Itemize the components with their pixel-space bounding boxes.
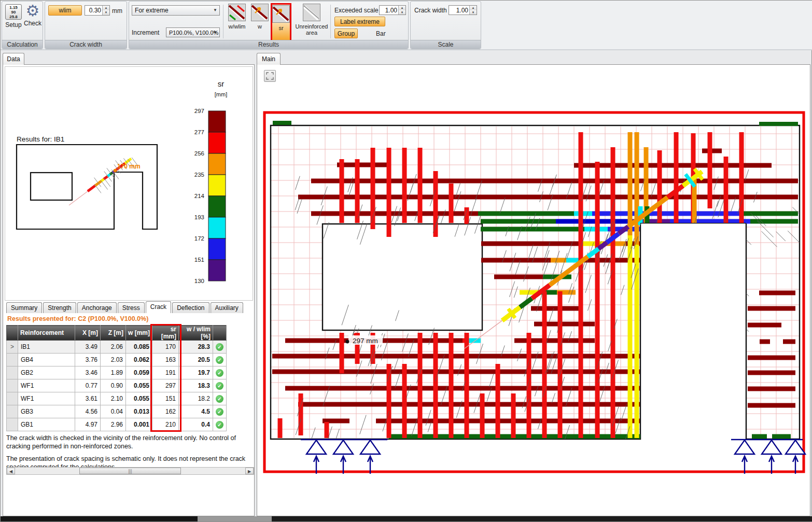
result-button-label: Unreinforced area xyxy=(295,23,328,36)
point-297-label: 297 mm xyxy=(353,337,378,345)
cell-w: 0.062 xyxy=(126,354,152,366)
result-preview-canvas[interactable]: sr[mm]297277256235214193172151130Results… xyxy=(5,67,253,300)
cell-w: 0.013 xyxy=(126,405,152,418)
group-toggle[interactable]: Group xyxy=(334,29,358,38)
results-presented-for: Results presented for: C2 (P100.0%, V100… xyxy=(7,315,148,322)
spinner-arrows[interactable]: ▲▼ xyxy=(469,6,477,15)
cell-reinforcement: GB1 xyxy=(18,418,75,431)
column-header[interactable]: Z [m] xyxy=(101,326,126,341)
cell-x: 3.76 xyxy=(75,354,101,366)
cell-sr: 170 xyxy=(152,341,179,354)
divider xyxy=(223,5,223,38)
spinner-arrows[interactable]: ▲▼ xyxy=(102,6,109,15)
scrollbar-track[interactable]: ||| xyxy=(15,468,245,474)
result-tabs: SummaryStrengthAnchorageStressCrackDefle… xyxy=(6,302,243,313)
column-header[interactable]: w / wlim [%] xyxy=(179,326,213,341)
check-ok-icon: ✓ xyxy=(216,395,223,403)
column-header[interactable]: w [mm] xyxy=(126,326,152,341)
row-marker xyxy=(7,418,18,431)
scale-crack-width-spinner[interactable]: 1.00 ▲▼ xyxy=(449,5,477,15)
main-drawing-canvas[interactable]: 297 mm xyxy=(257,65,810,516)
ribbon: 1.15 90 25.8 Setup ⚙ Check Calculation w… xyxy=(1,1,812,50)
scroll-right-button[interactable]: ▶ xyxy=(245,468,254,474)
svg-text:277: 277 xyxy=(194,129,204,135)
cell-ratio: 19.7 xyxy=(179,366,213,379)
tab-anchorage[interactable]: Anchorage xyxy=(77,302,117,313)
cell-reinforcement: WF1 xyxy=(18,379,75,392)
cell-sr: 151 xyxy=(152,392,179,405)
table-row[interactable]: >IB13.492.060.08517028.3✓ xyxy=(7,341,227,354)
check-button[interactable]: ⚙ Check xyxy=(23,3,42,27)
increment-dropdown[interactable]: P100.0%, V100.0% ▼ xyxy=(166,27,220,37)
cell-z: 0.90 xyxy=(101,379,126,392)
group-label-results: Results xyxy=(129,40,408,49)
column-header[interactable]: sr [mm] xyxy=(152,326,179,341)
tab-crack[interactable]: Crack xyxy=(146,301,171,313)
group-label-crack-width: Crack width xyxy=(45,40,127,49)
gear-icon: ⚙ xyxy=(23,3,42,19)
label-extreme-toggle[interactable]: Label extreme xyxy=(334,17,385,26)
cell-status: ✓ xyxy=(213,354,227,366)
tab-deflection[interactable]: Deflection xyxy=(172,302,209,313)
table-row[interactable]: WF13.612.100.05515118.2✓ xyxy=(7,392,227,405)
status-segment xyxy=(272,516,812,521)
horizontal-scrollbar[interactable]: ◀ ||| ▶ xyxy=(6,467,254,475)
result-button-unreinforced-area[interactable]: Unreinforced area xyxy=(295,3,328,41)
tab-stress[interactable]: Stress xyxy=(118,302,145,313)
increment-label: Increment xyxy=(132,29,159,36)
exceeded-scale-label: Exceeded scale xyxy=(334,7,379,14)
result-button-w-wlim[interactable]: w/wlim xyxy=(227,3,247,41)
tab-auxiliary[interactable]: Auxiliary xyxy=(211,302,243,313)
cell-w: 0.055 xyxy=(126,379,152,392)
tab-data[interactable]: Data xyxy=(3,53,24,65)
cell-w: 0.055 xyxy=(126,392,152,405)
for-extreme-dropdown[interactable]: For extreme ▼ xyxy=(132,5,220,16)
cell-reinforcement: GB4 xyxy=(18,354,75,366)
group-label-scale: Scale xyxy=(411,40,481,49)
header-marker xyxy=(7,326,18,341)
table-row[interactable]: WF10.770.900.05529718.3✓ xyxy=(7,379,227,392)
tab-main[interactable]: Main xyxy=(257,53,281,65)
row-marker xyxy=(7,354,18,366)
table-row[interactable]: GB23.461.890.05919119.7✓ xyxy=(7,366,227,379)
cell-reinforcement: WF1 xyxy=(18,392,75,405)
application-window: 1.15 90 25.8 Setup ⚙ Check Calculation w… xyxy=(0,0,812,522)
cell-z: 2.06 xyxy=(101,341,126,354)
cell-status: ✓ xyxy=(213,405,227,418)
table-row[interactable]: GB43.762.030.06216320.5✓ xyxy=(7,354,227,366)
cell-sr: 162 xyxy=(152,405,179,418)
row-marker xyxy=(7,405,18,418)
table-row[interactable]: GB14.972.960.0012100.4✓ xyxy=(7,418,227,431)
ribbon-group-scale: Crack width 1.00 ▲▼ Scale xyxy=(410,1,481,49)
cell-status: ✓ xyxy=(213,366,227,379)
result-button-w[interactable]: w xyxy=(249,3,270,41)
result-button-sr[interactable]: sr xyxy=(271,3,291,41)
exceeded-scale-spinner[interactable]: 1.00 ▲▼ xyxy=(379,5,406,15)
column-header[interactable]: X [m] xyxy=(75,326,101,341)
column-header[interactable]: Reinforcement xyxy=(18,326,75,341)
chevron-down-icon: ▼ xyxy=(213,6,217,15)
row-marker xyxy=(7,392,18,405)
svg-text:Results for: IB1: Results for: IB1 xyxy=(17,135,64,143)
scrollbar-thumb[interactable]: ||| xyxy=(79,468,180,474)
bar-label: Bar xyxy=(376,30,386,37)
ribbon-group-crack-width: wlim 0.30 ▲▼ mm Crack width xyxy=(45,1,127,49)
cell-w: 0.001 xyxy=(126,418,152,431)
spinner-arrows[interactable]: ▲▼ xyxy=(398,6,405,15)
wlim-toggle-button[interactable]: wlim xyxy=(48,5,82,16)
scroll-left-button[interactable]: ◀ xyxy=(7,468,15,474)
tab-summary[interactable]: Summary xyxy=(6,302,42,313)
tab-strength[interactable]: Strength xyxy=(43,302,76,313)
check-ok-icon: ✓ xyxy=(216,421,223,429)
svg-text:[mm]: [mm] xyxy=(215,91,227,97)
setup-button[interactable]: 1.15 90 25.8 Setup xyxy=(5,4,22,29)
cell-ratio: 0.4 xyxy=(179,418,213,431)
cell-w: 0.085 xyxy=(126,341,152,354)
unreinforced-area-icon xyxy=(303,4,320,21)
check-ok-icon: ✓ xyxy=(216,369,223,377)
table-row[interactable]: GB34.560.040.0131624.5✓ xyxy=(7,405,227,418)
wlim-value-spinner[interactable]: 0.30 ▲▼ xyxy=(85,5,110,16)
cell-ratio: 20.5 xyxy=(179,354,213,366)
group-label-calculation: Calculation xyxy=(2,40,43,49)
svg-text:170 mm: 170 mm xyxy=(117,163,141,170)
